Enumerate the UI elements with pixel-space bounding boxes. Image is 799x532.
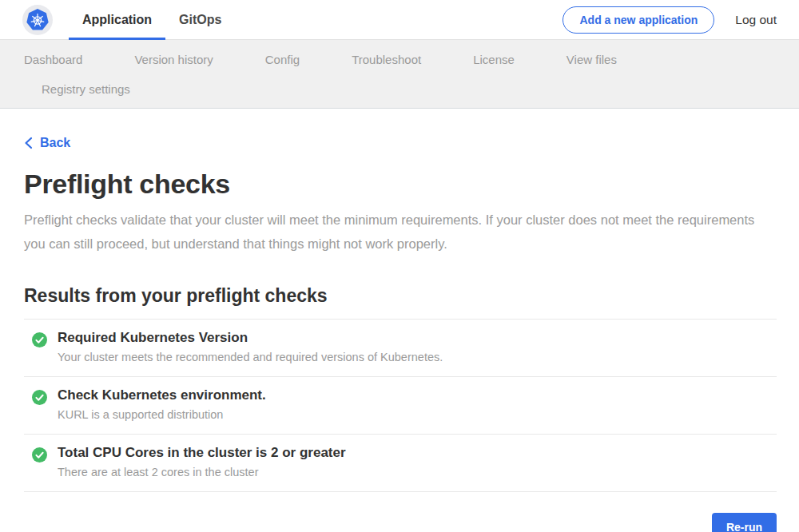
rerun-button[interactable]: Re-run bbox=[712, 513, 777, 532]
check-content: Check Kubernetes environment. KURL is a … bbox=[58, 387, 266, 421]
check-title: Check Kubernetes environment. bbox=[58, 387, 266, 403]
logout-button[interactable]: Log out bbox=[735, 13, 777, 27]
check-detail: Your cluster meets the recommended and r… bbox=[58, 351, 443, 363]
results-heading: Results from your preflight checks bbox=[24, 285, 777, 307]
check-row-cpu-cores: Total CPU Cores in the cluster is 2 or g… bbox=[24, 435, 777, 492]
top-header: Application GitOps Add a new application… bbox=[0, 0, 799, 40]
tab-application-label: Application bbox=[82, 13, 152, 27]
check-content: Required Kubernetes Version Your cluster… bbox=[58, 330, 443, 363]
page-description: Preflight checks validate that your clus… bbox=[24, 208, 767, 256]
chevron-left-icon bbox=[24, 137, 33, 149]
back-link[interactable]: Back bbox=[24, 136, 70, 150]
subnav-row-1: Dashboard Version history Config Trouble… bbox=[24, 51, 775, 69]
subnav-item-version-history[interactable]: Version history bbox=[134, 51, 213, 69]
subnav-item-registry-settings[interactable]: Registry settings bbox=[42, 81, 130, 98]
preflight-page: Back Preflight checks Preflight checks v… bbox=[0, 109, 799, 532]
tab-application[interactable]: Application bbox=[69, 0, 165, 39]
preflight-results-list: Required Kubernetes Version Your cluster… bbox=[24, 319, 777, 492]
subnav-item-config[interactable]: Config bbox=[265, 51, 300, 69]
check-content: Total CPU Cores in the cluster is 2 or g… bbox=[58, 445, 346, 478]
check-detail: There are at least 2 cores in the cluste… bbox=[58, 466, 346, 478]
subnav-item-license[interactable]: License bbox=[473, 51, 515, 69]
page-actions: Re-run bbox=[24, 513, 777, 532]
header-actions: Add a new application Log out bbox=[562, 0, 777, 39]
check-title: Required Kubernetes Version bbox=[58, 330, 443, 346]
check-detail: KURL is a supported distribution bbox=[58, 408, 266, 421]
back-link-label: Back bbox=[40, 136, 70, 150]
subnav-row-2: Registry settings bbox=[24, 81, 775, 98]
subnav-item-view-files[interactable]: View files bbox=[566, 51, 617, 69]
tab-gitops[interactable]: GitOps bbox=[165, 0, 235, 39]
tab-gitops-label: GitOps bbox=[179, 13, 221, 27]
primary-tabs: Application GitOps bbox=[69, 0, 235, 39]
app-subnav: Dashboard Version history Config Trouble… bbox=[0, 40, 799, 109]
kubernetes-logo-icon bbox=[22, 5, 53, 35]
page-title: Preflight checks bbox=[24, 169, 777, 200]
check-circle-icon bbox=[32, 332, 47, 347]
check-title: Total CPU Cores in the cluster is 2 or g… bbox=[58, 445, 346, 461]
subnav-item-dashboard[interactable]: Dashboard bbox=[24, 51, 82, 69]
check-row-kubernetes-environment: Check Kubernetes environment. KURL is a … bbox=[24, 377, 777, 435]
check-circle-icon bbox=[32, 390, 47, 405]
subnav-item-troubleshoot[interactable]: Troubleshoot bbox=[352, 51, 421, 69]
add-application-button[interactable]: Add a new application bbox=[562, 6, 714, 34]
check-row-kubernetes-version: Required Kubernetes Version Your cluster… bbox=[24, 320, 777, 377]
check-circle-icon bbox=[32, 447, 47, 463]
